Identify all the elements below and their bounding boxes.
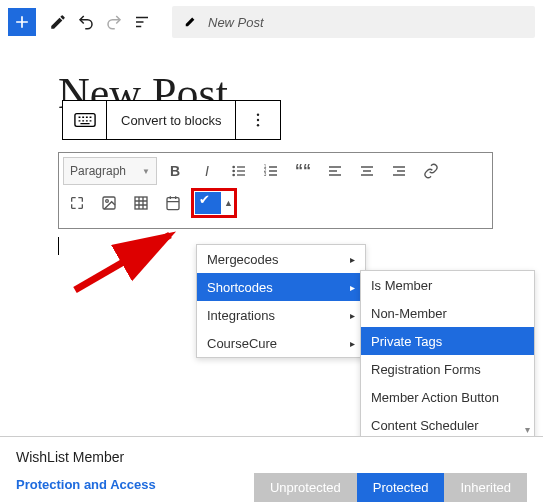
svg-point-11 bbox=[106, 200, 109, 203]
post-title-field[interactable]: New Post bbox=[172, 6, 535, 38]
classic-editor-toolbar: Paragraph B I 123 ““ ▲ bbox=[58, 152, 493, 229]
insert-image-button[interactable] bbox=[95, 189, 123, 217]
bold-button[interactable]: B bbox=[161, 157, 189, 185]
edit-icon[interactable] bbox=[44, 8, 72, 36]
wishlist-panel: WishList Member Protection and Access Un… bbox=[0, 436, 543, 502]
menu-item-shortcodes[interactable]: Shortcodes▸ bbox=[197, 273, 365, 301]
link-button[interactable] bbox=[417, 157, 445, 185]
svg-line-14 bbox=[75, 235, 170, 290]
svg-text:3: 3 bbox=[264, 172, 267, 177]
menu-item-coursecure[interactable]: CourseCure▸ bbox=[197, 329, 365, 357]
wishlist-submenu: Mergecodes▸ Shortcodes▸ Integrations▸ Co… bbox=[196, 244, 366, 358]
inherited-button[interactable]: Inherited bbox=[444, 473, 527, 502]
paragraph-select[interactable]: Paragraph bbox=[63, 157, 157, 185]
table-button[interactable] bbox=[127, 189, 155, 217]
annotation-arrow bbox=[70, 230, 190, 300]
svg-rect-12 bbox=[135, 197, 147, 209]
svg-point-4 bbox=[233, 166, 234, 167]
fullscreen-button[interactable] bbox=[63, 189, 91, 217]
more-options-button[interactable] bbox=[236, 101, 280, 139]
add-block-button[interactable] bbox=[8, 8, 36, 36]
scroll-hint-icon: ▾ bbox=[525, 424, 530, 435]
svg-point-1 bbox=[257, 114, 259, 116]
post-title-text: New Post bbox=[208, 15, 264, 30]
menu-item-content-scheduler[interactable]: Content Scheduler bbox=[361, 411, 534, 439]
convert-to-blocks-button[interactable]: Convert to blocks bbox=[107, 101, 236, 139]
wishlist-panel-title: WishList Member bbox=[0, 437, 543, 469]
bullet-list-button[interactable] bbox=[225, 157, 253, 185]
unprotected-button[interactable]: Unprotected bbox=[254, 473, 357, 502]
protected-button[interactable]: Protected bbox=[357, 473, 445, 502]
svg-rect-0 bbox=[74, 114, 94, 127]
shortcodes-submenu: Is Member Non-Member Private Tags Regist… bbox=[360, 270, 535, 440]
pen-icon bbox=[184, 14, 198, 31]
top-toolbar: New Post bbox=[0, 0, 543, 44]
align-left-button[interactable] bbox=[321, 157, 349, 185]
editor-canvas: New Post Convert to blocks Paragraph B I… bbox=[0, 44, 543, 259]
outline-icon[interactable] bbox=[128, 8, 156, 36]
align-center-button[interactable] bbox=[353, 157, 381, 185]
italic-button[interactable]: I bbox=[193, 157, 221, 185]
menu-item-mergecodes[interactable]: Mergecodes▸ bbox=[197, 245, 365, 273]
menu-item-registration-forms[interactable]: Registration Forms bbox=[361, 355, 534, 383]
svg-point-6 bbox=[233, 174, 234, 175]
menu-item-is-member[interactable]: Is Member bbox=[361, 271, 534, 299]
wishlist-menu-button[interactable]: ▲ bbox=[191, 188, 237, 218]
undo-icon[interactable] bbox=[72, 8, 100, 36]
quote-button[interactable]: ““ bbox=[289, 157, 317, 185]
menu-item-private-tags[interactable]: Private Tags bbox=[361, 327, 534, 355]
redo-icon[interactable] bbox=[100, 8, 128, 36]
keyboard-icon[interactable] bbox=[63, 101, 107, 139]
calendar-button[interactable] bbox=[159, 189, 187, 217]
block-toolbar: Convert to blocks bbox=[62, 100, 281, 140]
tab-protection-access[interactable]: Protection and Access bbox=[0, 469, 172, 502]
svg-point-3 bbox=[257, 124, 259, 126]
menu-item-integrations[interactable]: Integrations▸ bbox=[197, 301, 365, 329]
svg-point-5 bbox=[233, 170, 234, 171]
align-right-button[interactable] bbox=[385, 157, 413, 185]
svg-rect-13 bbox=[167, 198, 179, 210]
numbered-list-button[interactable]: 123 bbox=[257, 157, 285, 185]
svg-point-2 bbox=[257, 119, 259, 121]
menu-item-member-action-button[interactable]: Member Action Button bbox=[361, 383, 534, 411]
menu-item-non-member[interactable]: Non-Member bbox=[361, 299, 534, 327]
